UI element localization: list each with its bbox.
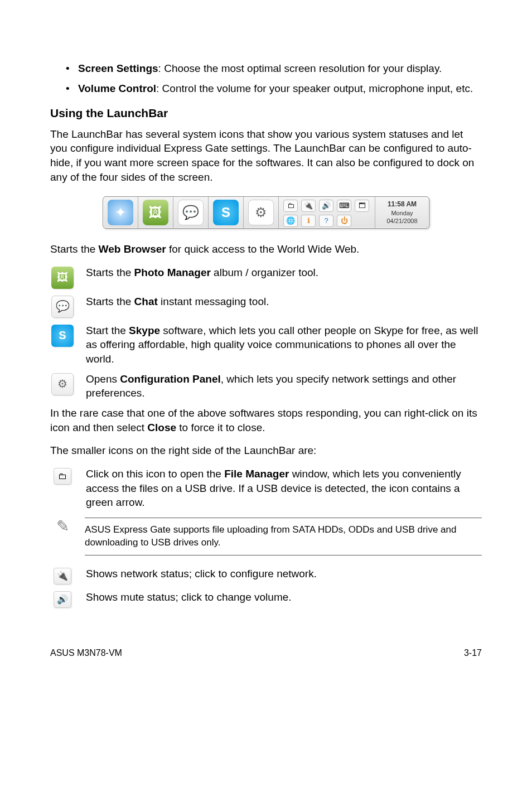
power-icon[interactable]: ⏻ bbox=[337, 215, 351, 227]
file-manager-row: 🗀 Click on this icon to open the File Ma… bbox=[50, 467, 482, 510]
chat-row: 💬 Starts the Chat instant messaging tool… bbox=[50, 294, 482, 318]
file-manager-icon: 🗀 bbox=[54, 468, 71, 485]
feature-bullet-list: Screen Settings: Choose the most optimal… bbox=[50, 61, 482, 95]
skype-icon: S bbox=[213, 200, 239, 225]
globe-icon[interactable]: 🌐 bbox=[283, 215, 298, 227]
volume-icon: 🔊 bbox=[54, 591, 71, 608]
launchbar-photo-manager[interactable]: 🖼 bbox=[138, 197, 173, 228]
clock-date: 04/21/2008 bbox=[386, 217, 417, 225]
web-browser-icon: ✦ bbox=[108, 200, 133, 225]
config-panel-icon: ⚙ bbox=[51, 373, 74, 395]
bullet-text: : Control the volume for your speaker ou… bbox=[156, 83, 473, 94]
photo-manager-row: 🖼 Starts the Photo Manager album / organ… bbox=[50, 265, 482, 289]
note-box-row: ✎ ASUS Express Gate supports file upload… bbox=[50, 515, 482, 567]
network-status-icon[interactable]: 🔌 bbox=[301, 200, 316, 212]
bullet-label: Volume Control bbox=[78, 83, 156, 94]
help-icon[interactable]: ? bbox=[319, 215, 333, 227]
config-panel-icon: ⚙ bbox=[248, 200, 274, 225]
launchbar-skype[interactable]: S bbox=[209, 197, 244, 228]
file-manager-icon[interactable]: 🗀 bbox=[283, 200, 298, 212]
launchbar-clock: 11:58 AM Monday 04/21/2008 bbox=[375, 197, 429, 228]
chat-icon: 💬 bbox=[51, 296, 74, 318]
volume-icon[interactable]: 🔊 bbox=[319, 200, 333, 212]
launchbar-small-icons: 🗀 🔌 🔊 ⌨ 🗔 🌐 ℹ ? ⏻ bbox=[279, 197, 375, 228]
clock-day: Monday bbox=[391, 209, 413, 217]
section-heading: Using the LaunchBar bbox=[50, 105, 482, 121]
bullet-item: Screen Settings: Choose the most optimal… bbox=[66, 61, 482, 76]
footer-model: ASUS M3N78-VM bbox=[50, 647, 122, 659]
bullet-item: Volume Control: Control the volume for y… bbox=[66, 81, 482, 96]
photo-manager-icon: 🖼 bbox=[143, 200, 168, 225]
launchbar-web-browser[interactable]: ✦ bbox=[103, 197, 138, 228]
launchbar-chat[interactable]: 💬 bbox=[173, 197, 209, 228]
page-footer: ASUS M3N78-VM 3-17 bbox=[50, 647, 482, 659]
small-icons-header: The smaller icons on the right side of t… bbox=[50, 443, 482, 458]
network-status-icon: 🔌 bbox=[54, 568, 71, 584]
note-box: ASUS Express Gate supports file uploadin… bbox=[85, 518, 482, 555]
info-icon[interactable]: ℹ bbox=[301, 215, 316, 227]
keyboard-icon[interactable]: ⌨ bbox=[337, 200, 351, 212]
close-note: In the rare case that one of the above s… bbox=[50, 406, 482, 434]
config-panel-row: ⚙ Opens Configuration Panel, which lets … bbox=[50, 372, 482, 400]
clock-time: 11:58 AM bbox=[388, 200, 417, 209]
web-browser-line: Starts the Web Browser for quick access … bbox=[50, 242, 482, 257]
mute-status-row: 🔊 Shows mute status; click to change vol… bbox=[50, 590, 482, 608]
task-manager-icon[interactable]: 🗔 bbox=[355, 200, 369, 212]
launchbar-config-panel[interactable]: ⚙ bbox=[244, 197, 279, 228]
launchbar-illustration: ✦ 🖼 💬 S ⚙ 🗀 🔌 🔊 ⌨ 🗔 🌐 ℹ ? ⏻ 11:58 AM Mon… bbox=[50, 196, 482, 229]
bullet-text: : Choose the most optimal screen resolut… bbox=[158, 62, 442, 74]
launchbar: ✦ 🖼 💬 S ⚙ 🗀 🔌 🔊 ⌨ 🗔 🌐 ℹ ? ⏻ 11:58 AM Mon… bbox=[103, 196, 429, 229]
bullet-label: Screen Settings bbox=[78, 62, 158, 74]
note-icon: ✎ bbox=[51, 515, 74, 538]
skype-row: S Start the Skype software, which lets y… bbox=[50, 323, 482, 366]
footer-page-number: 3-17 bbox=[464, 647, 482, 659]
photo-manager-icon: 🖼 bbox=[51, 267, 74, 289]
skype-icon: S bbox=[51, 325, 74, 347]
intro-paragraph: The LaunchBar has several system icons t… bbox=[50, 127, 482, 185]
chat-icon: 💬 bbox=[178, 200, 204, 225]
network-status-row: 🔌 Shows network status; click to configu… bbox=[50, 567, 482, 584]
